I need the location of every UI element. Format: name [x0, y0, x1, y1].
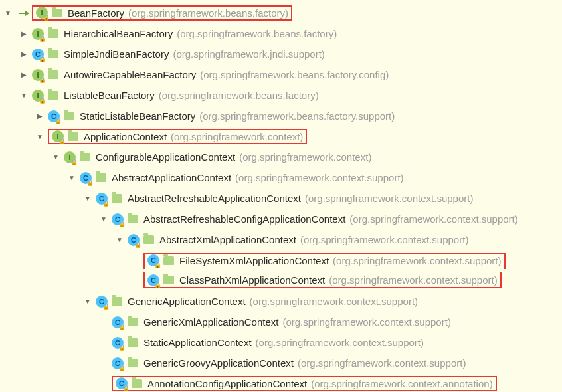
- class-name: AnnotationConfigApplicationContext: [147, 378, 307, 389]
- lock-icon: 🔒: [102, 200, 110, 207]
- class-name: ApplicationContext: [84, 131, 167, 142]
- class-icon: C🔒: [128, 234, 140, 246]
- package-folder-icon: [48, 50, 58, 58]
- chevron-down-icon[interactable]: ▼: [32, 133, 48, 140]
- class-icon: C🔒: [96, 193, 108, 205]
- tree-row[interactable]: ▼I🔒ApplicationContext(org.springframewor…: [0, 126, 562, 147]
- interface-icon: I🔒: [32, 28, 44, 40]
- lock-icon: 🔒: [134, 241, 141, 248]
- lock-icon: 🔒: [39, 56, 46, 62]
- class-icon: C🔒: [96, 296, 108, 308]
- class-name: GenericXmlApplicationContext: [143, 316, 278, 328]
- package-name: (org.springframework.context.support): [256, 337, 424, 348]
- package-folder-icon: [132, 379, 142, 388]
- class-icon: C🔒: [112, 213, 124, 225]
- chevron-down-icon[interactable]: ▼: [16, 92, 32, 99]
- package-folder-icon: [80, 153, 90, 161]
- package-name: (org.springframework.beans.factory): [159, 90, 319, 101]
- package-name: (org.springframework.context.support): [298, 357, 466, 369]
- package-name: (org.springframework.beans.factory.confi…: [200, 69, 389, 80]
- tree-row[interactable]: ▼C🔒GenericApplicationContext(org.springf…: [0, 291, 562, 312]
- package-folder-icon: [112, 194, 122, 203]
- lock-icon: 🔒: [39, 35, 46, 42]
- package-name: (org.springframework.context.support): [329, 274, 497, 286]
- lock-icon: 🔒: [118, 221, 126, 227]
- package-folder-icon: [64, 112, 74, 120]
- package-name: (org.springframework.context.support): [333, 255, 501, 266]
- lock-icon: 🔒: [43, 14, 50, 21]
- class-name: AutowireCapableBeanFactory: [64, 69, 196, 80]
- current-target-arrow-icon: [16, 9, 32, 17]
- package-folder-icon: [128, 359, 138, 367]
- tree-row[interactable]: ▶C🔒GenericXmlApplicationContext(org.spri…: [0, 312, 562, 332]
- chevron-right-icon[interactable]: ▶: [16, 30, 32, 37]
- chevron-right-icon[interactable]: ▶: [32, 112, 48, 120]
- tree-row[interactable]: ▶C🔒StaticListableBeanFactory(org.springf…: [0, 106, 562, 126]
- class-icon: C🔒: [112, 316, 124, 328]
- class-name: AbstractRefreshableConfigApplicationCont…: [143, 213, 345, 225]
- tree-row[interactable]: ▶I🔒AutowireCapableBeanFactory(org.spring…: [0, 64, 562, 85]
- tree-row[interactable]: ▶C🔒ClassPathXmlApplicationContext(org.sp…: [0, 270, 562, 291]
- class-name: GenericGroovyApplicationContext: [143, 357, 294, 369]
- package-name: (org.springframework.context.support): [300, 234, 468, 245]
- class-name: SimpleJndiBeanFactory: [64, 49, 169, 60]
- package-folder-icon: [48, 70, 58, 79]
- lock-icon: 🔒: [39, 97, 46, 104]
- class-name: BeanFactory: [68, 7, 124, 19]
- class-icon: C🔒: [147, 254, 159, 266]
- class-name: FileSystemXmlApplicationContext: [179, 255, 329, 266]
- tree-row[interactable]: ▶C🔒FileSystemXmlApplicationContext(org.s…: [0, 250, 562, 270]
- class-name: HierarchicalBeanFactory: [64, 28, 173, 39]
- chevron-down-icon[interactable]: ▼: [0, 9, 16, 17]
- lock-icon: 🔒: [39, 76, 46, 83]
- tree-row[interactable]: ▼C🔒AbstractXmlApplicationContext(org.spr…: [0, 229, 562, 250]
- chevron-down-icon[interactable]: ▼: [80, 195, 96, 202]
- class-name: AbstractApplicationContext: [112, 172, 231, 183]
- lock-icon: 🔒: [70, 159, 78, 165]
- lock-icon: 🔒: [86, 179, 94, 186]
- package-folder-icon: [52, 9, 62, 17]
- package-folder-icon: [128, 215, 138, 223]
- tree-row[interactable]: ▶C🔒GenericGroovyApplicationContext(org.s…: [0, 353, 562, 373]
- class-icon: C🔒: [147, 274, 159, 286]
- tree-row[interactable]: ▶C🔒StaticApplicationContext(org.springfr…: [0, 332, 562, 353]
- package-name: (org.springframework.context.support): [250, 296, 418, 307]
- tree-row[interactable]: ▼C🔒AbstractApplicationContext(org.spring…: [0, 167, 562, 188]
- tree-row[interactable]: ▼I🔒ListableBeanFactory(org.springframewo…: [0, 85, 562, 106]
- package-folder-icon: [163, 256, 174, 265]
- class-hierarchy-tree: ▼I🔒BeanFactory(org.springframework.beans…: [0, 3, 562, 392]
- highlight-box: I🔒ApplicationContext(org.springframework…: [48, 129, 307, 144]
- chevron-down-icon[interactable]: ▼: [48, 153, 64, 161]
- package-name: (org.springframework.context): [239, 151, 371, 163]
- lock-icon: 🔒: [58, 138, 66, 144]
- package-folder-icon: [128, 318, 138, 326]
- tree-row[interactable]: ▶C🔒SimpleJndiBeanFactory(org.springframe…: [0, 44, 562, 64]
- class-icon: C🔒: [80, 172, 92, 184]
- chevron-right-icon[interactable]: ▶: [16, 50, 32, 58]
- interface-icon: I🔒: [52, 130, 64, 142]
- class-name: AbstractRefreshableApplicationContext: [128, 193, 301, 204]
- package-name: (org.springframework.context.support): [349, 213, 517, 225]
- highlight-box: C🔒ClassPathXmlApplicationContext(org.spr…: [143, 272, 502, 288]
- tree-row[interactable]: ▼C🔒AbstractRefreshableApplicationContext…: [0, 188, 562, 209]
- tree-row[interactable]: ▼I🔒BeanFactory(org.springframework.beans…: [0, 3, 562, 23]
- highlight-box: C🔒FileSystemXmlApplicationContext(org.sp…: [143, 253, 506, 269]
- lock-icon: 🔒: [122, 385, 130, 391]
- chevron-down-icon[interactable]: ▼: [96, 215, 112, 223]
- lock-icon: 🔒: [154, 262, 161, 268]
- tree-row[interactable]: ▶C🔒AnnotationConfigApplicationContext(or…: [0, 373, 562, 392]
- highlight-box: I🔒BeanFactory(org.springframework.beans.…: [32, 5, 292, 21]
- class-icon: C🔒: [112, 337, 124, 349]
- tree-row[interactable]: ▼I🔒ConfigurableApplicationContext(org.sp…: [0, 147, 562, 167]
- package-name: (org.springframework.context): [171, 131, 303, 142]
- class-name: ListableBeanFactory: [64, 90, 155, 101]
- chevron-down-icon[interactable]: ▼: [112, 236, 128, 243]
- class-name: StaticListableBeanFactory: [80, 110, 195, 122]
- tree-row[interactable]: ▼C🔒AbstractRefreshableConfigApplicationC…: [0, 209, 562, 229]
- chevron-right-icon[interactable]: ▶: [16, 71, 32, 78]
- chevron-down-icon[interactable]: ▼: [64, 174, 80, 181]
- chevron-down-icon[interactable]: ▼: [80, 298, 96, 305]
- class-name: AbstractXmlApplicationContext: [159, 234, 296, 245]
- tree-row[interactable]: ▶I🔒HierarchicalBeanFactory(org.springfra…: [0, 23, 562, 44]
- lock-icon: 🔒: [118, 344, 126, 351]
